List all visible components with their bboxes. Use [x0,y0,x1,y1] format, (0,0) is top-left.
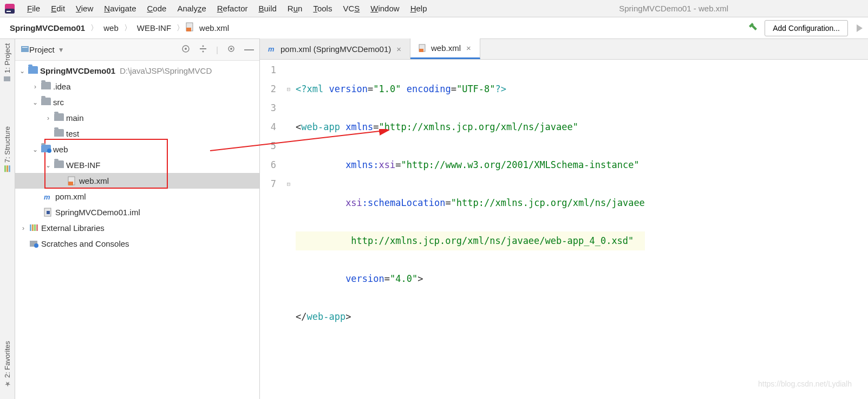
project-panel-title[interactable]: Project ▼ [29,45,64,54]
tab-webxml[interactable]: web.xml × [410,38,480,59]
breadcrumb-webinf[interactable]: WEB-INF [133,22,175,34]
line-gutter: 1234567 [260,60,284,399]
project-tree: ⌄ SpringMVCDemo01D:\java\JSP\SpringMVCD … [15,61,259,254]
svg-rect-27 [34,224,36,231]
tree-webinf[interactable]: ⌄WEB-INF [15,157,259,173]
close-icon[interactable]: × [465,43,472,53]
svg-text:m: m [268,45,275,53]
tree-src[interactable]: ⌄src [15,94,259,110]
tool-favorites[interactable]: ★2: Favorites [3,341,11,388]
svg-point-15 [203,51,204,53]
svg-rect-5 [4,76,11,81]
code-editor[interactable]: 1234567 ⊟⊟ <?xml version="1.0" encoding=… [260,60,868,399]
chevron-icon: 〉 [89,23,99,33]
build-icon[interactable] [747,22,758,34]
editor-tabs: m pom.xml (SpringMVCDemo01) × web.xml × [260,39,868,60]
svg-rect-24 [47,211,50,214]
menu-refactor[interactable]: Refactor [212,2,253,15]
left-tool-strip: 1: Project 7: Structure ★2: Favorites [0,39,15,399]
menu-help[interactable]: Help [405,2,433,15]
menu-window[interactable]: Window [365,2,404,15]
minimize-icon[interactable]: — [244,44,254,55]
watermark: https://blog.csdn.net/Lydialh [758,379,852,388]
editor-area: m pom.xml (SpringMVCDemo01) × web.xml × … [260,39,868,399]
svg-point-14 [203,46,204,47]
tree-scratches[interactable]: Scratches and Consoles [15,236,259,252]
menu-code[interactable]: Code [142,2,172,15]
fold-column[interactable]: ⊟⊟ [284,60,293,399]
tree-external-libraries[interactable]: ›External Libraries [15,220,259,236]
menu-edit[interactable]: Edit [45,2,70,15]
tree-root[interactable]: ⌄ SpringMVCDemo01D:\java\JSP\SpringMVCD [15,63,259,79]
menu-bar: File Edit View Navigate Code Analyze Ref… [0,0,868,17]
menu-navigate[interactable]: Navigate [99,2,141,15]
tree-idea[interactable]: ›.idea [15,79,259,94]
tree-webxml[interactable]: web.xml [15,173,259,189]
svg-rect-4 [186,28,191,31]
tool-project[interactable]: 1: Project [3,43,11,83]
svg-text:m: m [44,193,50,201]
xml-file-icon [185,22,195,34]
gear-icon[interactable] [227,44,236,55]
svg-rect-7 [7,165,9,172]
tool-structure[interactable]: 7: Structure [3,126,11,172]
breadcrumb-bar: SpringMVCDemo01 〉 web 〉 WEB-INF 〉 web.xm… [0,17,868,39]
svg-rect-2 [6,11,11,12]
menu-run[interactable]: Run [282,2,308,15]
tree-pom[interactable]: mpom.xml [15,189,259,204]
breadcrumb-root[interactable]: SpringMVCDemo01 [5,22,89,34]
menu-file[interactable]: File [22,2,45,15]
menu-vcs[interactable]: VCS [337,2,365,15]
target-icon[interactable] [181,44,190,55]
window-title: SpringMVCDemo01 - web.xml [619,4,728,13]
svg-point-30 [34,243,38,248]
svg-rect-6 [9,165,11,172]
menu-analyze[interactable]: Analyze [172,2,211,15]
menu-build[interactable]: Build [253,2,282,15]
svg-rect-26 [32,224,34,231]
svg-point-17 [230,48,232,50]
run-button[interactable] [857,24,863,32]
divide-icon[interactable] [199,44,207,55]
svg-rect-9 [21,46,29,52]
tab-pom[interactable]: m pom.xml (SpringMVCDemo01) × [260,38,410,59]
svg-rect-8 [5,165,6,172]
menu-tools[interactable]: Tools [308,2,337,15]
svg-point-12 [185,48,187,50]
tree-main[interactable]: ›main [15,110,259,126]
close-icon[interactable]: × [395,44,402,54]
project-panel-header: Project ▼ | — [15,39,259,61]
chevron-icon: 〉 [123,23,133,33]
tree-test[interactable]: test [15,126,259,141]
project-view-icon [21,44,29,55]
tree-iml[interactable]: SpringMVCDemo01.iml [15,204,259,220]
chevron-icon: 〉 [175,23,185,33]
breadcrumb-web[interactable]: web [99,22,123,34]
svg-rect-21 [68,182,73,185]
code-content[interactable]: <?xml version="1.0" encoding="UTF-8"?> <… [293,60,645,399]
svg-rect-28 [36,224,38,231]
tree-web[interactable]: ⌄web [15,141,259,157]
breadcrumb-file[interactable]: web.xml [195,22,233,34]
app-icon [4,3,15,14]
project-panel: Project ▼ | — ⌄ SpringMVCDemo01D:\java\J… [15,39,260,399]
add-configuration-button[interactable]: Add Configuration... [765,20,848,36]
svg-rect-10 [22,47,28,48]
svg-rect-25 [30,224,31,231]
menu-view[interactable]: View [70,2,99,15]
svg-rect-33 [419,49,423,52]
